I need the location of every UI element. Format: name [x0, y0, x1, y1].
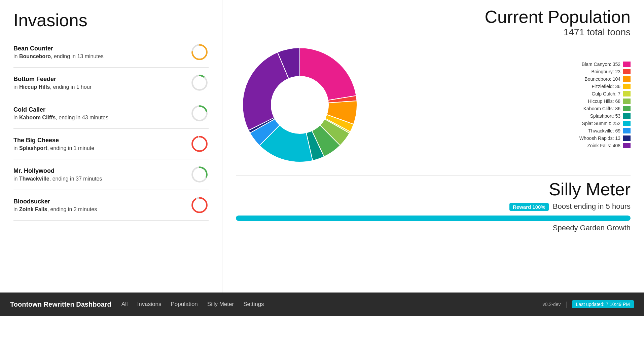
legend-item: Blam Canyon: 352 [370, 62, 631, 67]
invasion-location: Bounceboro [19, 53, 51, 59]
invasion-location: Kaboom Cliffs [19, 115, 56, 120]
legend-label: Whoosh Rapids: 13 [579, 135, 620, 141]
legend-item: Boingbury: 23 [370, 69, 631, 74]
legend-label: Gulp Gulch: 7 [592, 91, 620, 96]
svg-point-7 [192, 137, 207, 151]
legend-item: Zoink Falls: 408 [370, 143, 631, 148]
section-divider [236, 176, 631, 176]
legend-label: Thwackville: 69 [588, 128, 620, 133]
silly-meter-title: Silly Meter [236, 179, 631, 199]
invasions-panel: Invasions Bean Counterin Bounceboro, end… [0, 0, 222, 293]
silly-meter-section: Silly Meter Reward 100% Boost ending in … [236, 179, 631, 232]
invasion-item: Bottom Feederin Hiccup Hills, ending in … [13, 68, 209, 98]
nav-item-population[interactable]: Population [171, 301, 198, 308]
legend-color-box [623, 143, 631, 148]
population-content: Blam Canyon: 352Boingbury: 23Bounceboro:… [236, 41, 631, 169]
legend-label: Splat Summit: 252 [582, 121, 620, 126]
navbar-right: v0.2-dev | Last updated: 7:10:49 PM [543, 300, 634, 308]
invasion-name: Bottom Feeder [13, 76, 92, 83]
legend-color-box [623, 106, 631, 111]
invasion-circle-icon [190, 135, 209, 153]
legend-item: Kaboom Cliffs: 86 [370, 106, 631, 111]
legend-color-box [623, 76, 631, 82]
invasion-name: Mr. Hollywood [13, 167, 102, 174]
legend-label: Kaboom Cliffs: 86 [583, 106, 620, 111]
invasion-info: Mr. Hollywoodin Thwackville, ending in 3… [13, 167, 102, 182]
invasion-info: Bottom Feederin Hiccup Hills, ending in … [13, 76, 92, 90]
invasion-item: Bean Counterin Bounceboro, ending in 13 … [13, 37, 209, 68]
invasions-title: Invasions [13, 10, 209, 30]
invasion-detail: in Splashport, ending in 1 minute [13, 145, 94, 151]
silly-progress-bar-container [236, 216, 631, 221]
invasion-circle-icon [190, 196, 209, 214]
navbar-nav[interactable]: AllInvasionsPopulationSilly MeterSetting… [121, 301, 543, 308]
nav-item-invasions[interactable]: Invasions [137, 301, 162, 308]
invasion-item: Mr. Hollywoodin Thwackville, ending in 3… [13, 159, 209, 190]
invasion-name: Bloodsucker [13, 198, 97, 205]
legend-label: Splashport: 53 [590, 113, 620, 119]
svg-point-2 [192, 75, 207, 90]
invasion-circle-icon [190, 43, 209, 61]
invasion-detail: in Bounceboro, ending in 13 minutes [13, 53, 104, 60]
invasion-detail: in Thwackville, ending in 37 minutes [13, 176, 102, 182]
nav-divider: | [565, 301, 567, 308]
legend-label: Bounceboro: 104 [584, 76, 620, 82]
invasion-info: Bloodsuckerin Zoink Falls, ending in 2 m… [13, 198, 97, 212]
legend-item: Splat Summit: 252 [370, 121, 631, 126]
invasion-item: Cold Callerin Kaboom Cliffs, ending in 4… [13, 98, 209, 129]
invasion-item: The Big Cheesein Splashport, ending in 1… [13, 129, 209, 159]
legend-color-box [623, 99, 631, 104]
legend-item: Whoosh Rapids: 13 [370, 135, 631, 141]
legend-label: Hiccup Hills: 68 [588, 99, 620, 104]
invasion-detail: in Kaboom Cliffs, ending in 43 minutes [13, 115, 108, 121]
legend-label: Blam Canyon: 352 [582, 62, 620, 67]
nav-item-all[interactable]: All [121, 301, 128, 308]
population-section: Current Population 1471 total toons Blam… [236, 7, 631, 169]
population-total: 1471 total toons [236, 27, 631, 38]
nav-item-silly-meter[interactable]: Silly Meter [207, 301, 234, 308]
legend-color-box [623, 62, 631, 67]
legend-item: Fizzlefield: 36 [370, 84, 631, 89]
population-legend: Blam Canyon: 352Boingbury: 23Bounceboro:… [370, 62, 631, 148]
invasion-location: Thwackville [19, 176, 49, 182]
invasion-location: Zoink Falls [19, 206, 47, 212]
silly-meter-subtitle: Reward 100% Boost ending in 5 hours [236, 202, 631, 211]
navbar: Toontown Rewritten Dashboard AllInvasion… [0, 293, 644, 316]
legend-label: Boingbury: 23 [592, 69, 620, 74]
silly-progress-bar [236, 216, 631, 221]
donut-segment [243, 52, 289, 130]
legend-color-box [623, 84, 631, 89]
legend-color-box [623, 113, 631, 119]
legend-item: Hiccup Hills: 68 [370, 99, 631, 104]
invasion-circle-icon [190, 165, 209, 184]
right-panel: Current Population 1471 total toons Blam… [222, 0, 644, 293]
invasion-info: Cold Callerin Kaboom Cliffs, ending in 4… [13, 106, 108, 121]
legend-color-box [623, 135, 631, 141]
legend-label: Zoink Falls: 408 [587, 143, 620, 148]
invasion-info: Bean Counterin Bounceboro, ending in 13 … [13, 45, 104, 60]
invasion-name: The Big Cheese [13, 137, 94, 144]
legend-color-box [623, 121, 631, 126]
svg-point-11 [192, 198, 207, 212]
invasion-detail: in Zoink Falls, ending in 2 minutes [13, 206, 97, 212]
nav-item-settings[interactable]: Settings [243, 301, 264, 308]
legend-item: Splashport: 53 [370, 113, 631, 119]
legend-item: Bounceboro: 104 [370, 76, 631, 82]
donut-segment [300, 48, 356, 100]
invasion-location: Splashport [19, 145, 47, 151]
invasion-name: Bean Counter [13, 45, 104, 52]
version-label: v0.2-dev [543, 302, 561, 307]
population-title: Current Population [236, 7, 631, 27]
invasion-circle-icon [190, 74, 209, 92]
invasion-location: Hiccup Hills [19, 84, 50, 90]
invasion-info: The Big Cheesein Splashport, ending in 1… [13, 137, 94, 151]
invasion-circle-icon [190, 104, 209, 122]
silly-boost-text: Boost ending in 5 hours [553, 202, 631, 210]
legend-color-box [623, 128, 631, 133]
last-updated-badge: Last updated: 7:10:49 PM [572, 300, 634, 308]
invasion-item: Bloodsuckerin Zoink Falls, ending in 2 m… [13, 190, 209, 221]
invasion-name: Cold Caller [13, 106, 108, 113]
legend-color-box [623, 91, 631, 96]
donut-chart [236, 41, 364, 169]
legend-color-box [623, 69, 631, 74]
